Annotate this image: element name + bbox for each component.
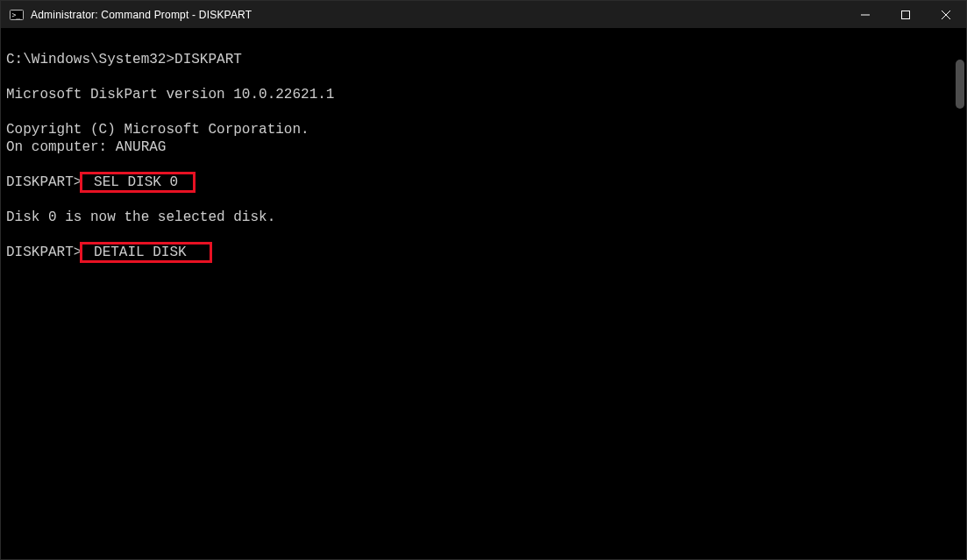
command-prompt-window: >_ Administrator: Command Prompt - DISKP… — [0, 0, 967, 560]
command-text: DISKPART — [174, 52, 242, 67]
maximize-button[interactable] — [885, 1, 926, 28]
highlight-box-sel-disk: SEL DISK 0 — [82, 174, 193, 191]
svg-text:>_: >_ — [12, 11, 21, 19]
computer-line: On computer: ANURAG — [6, 139, 166, 155]
titlebar[interactable]: >_ Administrator: Command Prompt - DISKP… — [1, 1, 966, 28]
selected-disk-line: Disk 0 is now the selected disk. — [6, 209, 275, 225]
window-title: Administrator: Command Prompt - DISKPART — [31, 9, 252, 21]
command-text: DETAIL DISK — [85, 245, 186, 260]
prompt-path: C:\Windows\System32> — [6, 52, 174, 67]
terminal-client-area[interactable]: C:\Windows\System32>DISKPART Microsoft D… — [1, 28, 966, 559]
scrollbar-thumb[interactable] — [956, 60, 964, 109]
diskpart-prompt: DISKPART> — [6, 174, 82, 190]
diskpart-prompt: DISKPART> — [6, 245, 82, 260]
highlight-box-detail-disk: DETAIL DISK — [82, 244, 210, 261]
copyright-line: Copyright (C) Microsoft Corporation. — [6, 122, 309, 138]
scrollbar-track[interactable] — [956, 60, 964, 550]
cmd-icon: >_ — [10, 8, 24, 22]
close-button[interactable] — [926, 1, 966, 28]
terminal-output: C:\Windows\System32>DISKPART Microsoft D… — [6, 51, 952, 554]
svg-rect-3 — [902, 11, 910, 18]
minimize-button[interactable] — [845, 1, 885, 28]
version-line: Microsoft DiskPart version 10.0.22621.1 — [6, 87, 334, 103]
